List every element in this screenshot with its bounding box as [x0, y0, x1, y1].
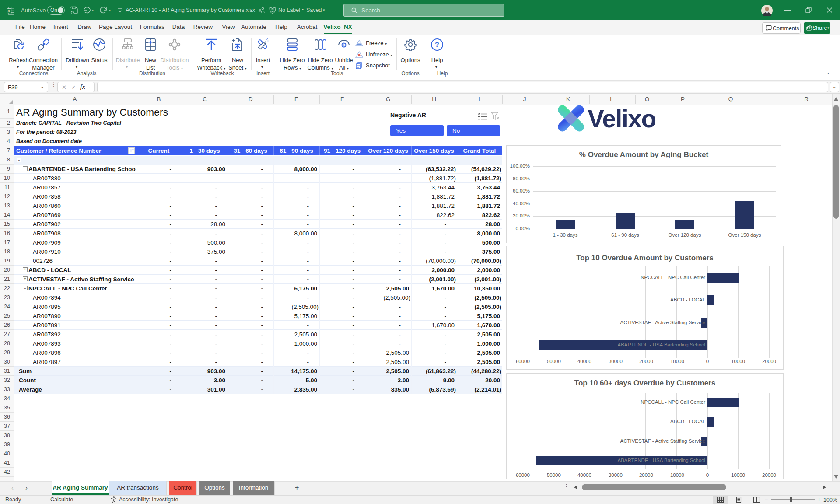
svg-text:?: ?: [272, 8, 273, 12]
svg-text:?: ?: [435, 41, 439, 49]
svg-text:Velixo: Velixo: [588, 105, 656, 133]
svg-text:X: X: [7, 9, 10, 13]
